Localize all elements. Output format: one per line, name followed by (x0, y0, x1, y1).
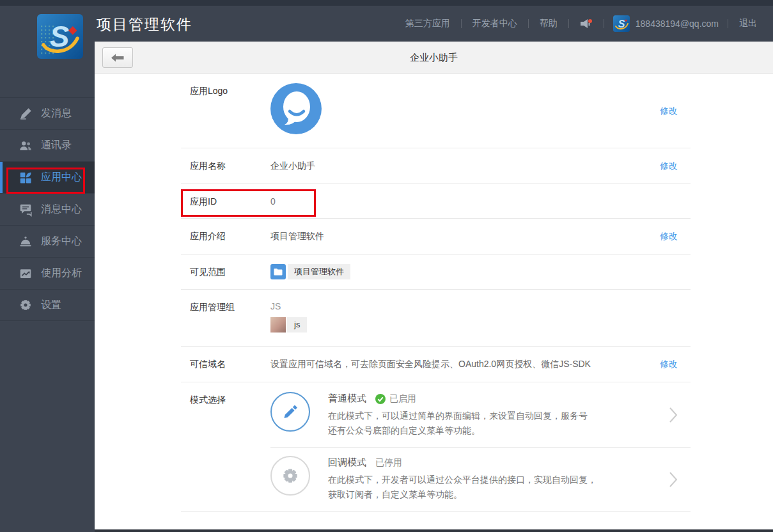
row-app-id: 应用ID 0 (181, 184, 691, 219)
mode-description-line2: 还有公众号底部的自定义菜单等功能。 (328, 423, 639, 438)
sidebar-item-label: 消息中心 (41, 203, 82, 216)
sidebar-item-label: 应用中心 (41, 171, 82, 184)
sidebar-menu: 发消息 通讯录 (0, 97, 95, 321)
nav-developer-center[interactable]: 开发者中心 (462, 18, 528, 29)
mode-status-text: 已启用 (389, 393, 416, 405)
analytics-icon (19, 267, 33, 281)
field-value: 设置应用可信域名，可去除页面安全风险提示、OAuth2.0网页授权、微信JS-S… (270, 347, 691, 382)
service-bell-icon (19, 235, 33, 249)
back-arrow-icon (111, 54, 124, 62)
nav-help[interactable]: 帮助 (529, 18, 568, 29)
mode-status-text: 已停用 (375, 457, 402, 469)
gear-icon (19, 298, 33, 312)
account-menu[interactable]: S 188438194@qq.com (604, 15, 728, 32)
row-app-intro: 应用介绍 项目管理软件 修改 (181, 219, 691, 254)
nav-third-party-apps[interactable]: 第三方应用 (394, 18, 461, 29)
top-navigation: 第三方应用 开发者中心 帮助 S 188438194@qq.com 退出 (394, 6, 768, 42)
sidebar-item-settings[interactable]: 设置 (0, 289, 95, 321)
sidebar-item-send-message[interactable]: 发消息 (0, 97, 95, 129)
field-label: 应用ID (190, 196, 217, 208)
mode-name: 普通模式 (328, 393, 366, 405)
row-app-logo: 应用Logo 修改 (181, 74, 691, 148)
sidebar-item-label: 设置 (41, 299, 61, 312)
announcement-speaker-icon[interactable] (569, 18, 604, 29)
row-trusted-domain: 可信域名 设置应用可信域名，可去除页面安全风险提示、OAuth2.0网页授权、微… (181, 347, 691, 382)
modify-link[interactable]: 修改 (660, 359, 678, 370)
modify-link[interactable]: 修改 (660, 231, 678, 242)
back-button[interactable] (102, 47, 133, 68)
row-visible-scope: 可见范围 项目管理软件 (181, 254, 691, 290)
mode-normal[interactable]: 普通模式 已启用 在此模式下，可以通过简单的界面编辑，来设置自动回复，服务号 还… (270, 382, 691, 447)
account-email: 188438194@qq.com (636, 19, 719, 29)
modify-link[interactable]: 修改 (660, 160, 678, 172)
chevron-right-icon[interactable] (669, 471, 678, 488)
sidebar-item-contacts[interactable]: 通讯录 (0, 129, 95, 161)
page: S 项目管理软件 第三方应用 开发者中心 帮助 S 188438194@q (0, 0, 773, 532)
sidebar-item-service-center[interactable]: 服务中心 (0, 225, 95, 257)
app-settings-form: 应用Logo 修改 应用名称 企业小助手 修改 应用ID 0 (95, 74, 773, 512)
member-avatar (270, 317, 286, 332)
department-folder-icon (270, 264, 286, 279)
mode-callback[interactable]: 回调模式 已停用 在此模式下，开发者可以通过公众平台提供的接口，实现自动回复， … (270, 447, 691, 511)
mode-status: 已停用 (375, 457, 402, 469)
admin-group-name: JS (270, 290, 691, 311)
pencil-icon (281, 402, 300, 421)
department-tag-label: 项目管理软件 (288, 264, 350, 279)
sidebar-item-label: 使用分析 (41, 267, 82, 280)
logout-button[interactable]: 退出 (728, 18, 768, 29)
field-value: 0 (270, 184, 691, 218)
callback-gear-icon (281, 466, 300, 485)
page-titlebar: 企业小助手 (95, 42, 773, 74)
mode-status: 已启用 (375, 393, 416, 405)
sidebar: 发消息 通讯录 (0, 42, 95, 532)
chevron-right-icon[interactable] (669, 407, 678, 423)
pencil-mode-badge (270, 392, 310, 432)
field-label: 模式选择 (190, 395, 226, 406)
admin-member-tag: js (270, 317, 307, 332)
row-admin-group: 应用管理组 JS js (181, 290, 691, 347)
member-name: js (287, 317, 307, 332)
chat-icon (19, 203, 33, 217)
user-avatar-icon: S (613, 15, 630, 32)
sidebar-item-app-center[interactable]: 应用中心 (0, 161, 95, 193)
main-content: 企业小助手 应用Logo 修改 应用名称 企业小助手 修改 (95, 42, 773, 532)
gear-mode-badge (270, 456, 310, 496)
row-mode-select: 模式选择 普通模式 (181, 382, 691, 512)
field-value: 企业小助手 (270, 148, 691, 184)
mode-description-line1: 在此模式下，开发者可以通过公众平台提供的接口，实现自动回复， (328, 473, 639, 487)
department-tag: 项目管理软件 (270, 264, 350, 279)
sidebar-item-label: 发消息 (41, 107, 72, 120)
contacts-icon (19, 139, 33, 153)
field-label: 可信域名 (190, 359, 226, 370)
app-chat-bubble-logo (270, 83, 322, 134)
field-label: 应用管理组 (190, 302, 235, 313)
sidebar-item-label: 通讯录 (41, 139, 72, 152)
modify-link[interactable]: 修改 (660, 106, 678, 117)
apps-icon (19, 171, 33, 185)
mode-description-line2: 获取订阅者，自定义菜单等功能。 (328, 487, 639, 502)
row-app-name: 应用名称 企业小助手 修改 (181, 148, 691, 184)
sidebar-item-message-center[interactable]: 消息中心 (0, 193, 95, 225)
mode-name: 回调模式 (328, 457, 366, 469)
compose-icon (19, 107, 33, 121)
field-label: 应用介绍 (190, 231, 226, 242)
field-label: 可见范围 (190, 267, 226, 278)
field-label: 应用Logo (190, 86, 228, 97)
bottom-edge (95, 529, 773, 532)
app-title: 项目管理软件 (97, 15, 192, 35)
field-value: 项目管理软件 (270, 219, 691, 254)
sidebar-item-usage-analytics[interactable]: 使用分析 (0, 257, 95, 289)
page-title: 企业小助手 (95, 42, 773, 74)
green-check-icon (375, 394, 386, 404)
sidebar-item-label: 服务中心 (41, 235, 82, 248)
mode-description-line1: 在此模式下，可以通过简单的界面编辑，来设置自动回复，服务号 (328, 409, 639, 423)
company-logo: S (37, 14, 83, 59)
field-label: 应用名称 (190, 160, 226, 172)
